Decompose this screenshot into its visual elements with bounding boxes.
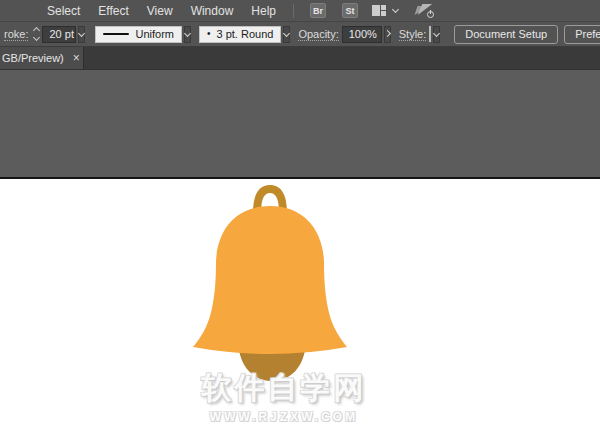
workspace-pane-left bbox=[372, 5, 380, 16]
artboard[interactable]: 软件自学网 WWW.RJZXW.COM bbox=[0, 179, 600, 425]
stroke-profile-dropdown[interactable] bbox=[184, 26, 191, 43]
document-tab[interactable]: GB/Preview) × bbox=[0, 47, 84, 69]
workspace-switcher-icon[interactable] bbox=[372, 5, 387, 17]
brush-dot-icon: • bbox=[207, 29, 211, 39]
control-bar: roke: 20 pt Uniform • 3 pt. Round Opacit… bbox=[0, 22, 600, 47]
workspace-pane-top bbox=[381, 5, 386, 10]
stock-button[interactable]: St bbox=[342, 3, 358, 18]
uniform-profile-icon bbox=[103, 33, 129, 35]
stepper-up-icon[interactable] bbox=[33, 27, 40, 34]
style-dropdown[interactable] bbox=[433, 26, 440, 43]
bridge-button[interactable]: Br bbox=[310, 3, 326, 18]
workspace-pane-bottom bbox=[381, 11, 386, 16]
brush-select[interactable]: • 3 pt. Round bbox=[199, 26, 281, 43]
chevron-down-icon bbox=[184, 29, 191, 36]
menu-select[interactable]: Select bbox=[38, 0, 89, 22]
menu-effect[interactable]: Effect bbox=[89, 0, 137, 22]
stroke-stepper[interactable] bbox=[34, 28, 39, 40]
brush-value: 3 pt. Round bbox=[217, 28, 274, 40]
document-tab-title: GB/Preview) bbox=[2, 52, 64, 64]
menu-window[interactable]: Window bbox=[182, 0, 243, 22]
stroke-weight-input[interactable]: 20 pt bbox=[42, 26, 76, 43]
opacity-label[interactable]: Opacity: bbox=[298, 28, 338, 41]
chevron-down-icon bbox=[283, 29, 290, 36]
stroke-label[interactable]: roke: bbox=[4, 28, 28, 41]
pasteboard[interactable] bbox=[0, 70, 600, 177]
opacity-dropdown[interactable] bbox=[384, 26, 391, 43]
chevron-down-icon bbox=[433, 29, 440, 36]
power-icon bbox=[427, 11, 434, 18]
gpu-performance-icon[interactable] bbox=[416, 4, 434, 18]
stroke-profile-select[interactable]: Uniform bbox=[95, 26, 182, 43]
bell-artwork[interactable] bbox=[0, 179, 600, 425]
stroke-profile-value: Uniform bbox=[135, 28, 174, 40]
close-icon[interactable]: × bbox=[70, 51, 83, 65]
bell-body-shape[interactable] bbox=[193, 206, 347, 354]
menu-help[interactable]: Help bbox=[242, 0, 285, 22]
menu-bar: Select Effect View Window Help Br St bbox=[0, 0, 600, 22]
chevron-right-icon bbox=[384, 29, 391, 36]
brush-dropdown[interactable] bbox=[283, 26, 290, 43]
preferences-button[interactable]: Preferences bbox=[564, 25, 600, 44]
document-tab-bar: GB/Preview) × bbox=[0, 47, 600, 70]
stroke-weight-dropdown[interactable] bbox=[78, 26, 85, 43]
document-setup-button[interactable]: Document Setup bbox=[454, 25, 558, 44]
menu-view[interactable]: View bbox=[138, 0, 182, 22]
menu-divider bbox=[293, 4, 294, 18]
opacity-input[interactable]: 100% bbox=[342, 26, 382, 43]
style-label[interactable]: Style: bbox=[399, 28, 427, 41]
style-swatch[interactable] bbox=[429, 26, 431, 42]
chevron-down-icon bbox=[78, 29, 85, 36]
workspace-chevron-down-icon[interactable] bbox=[392, 6, 399, 13]
stepper-down-icon[interactable] bbox=[33, 34, 40, 41]
